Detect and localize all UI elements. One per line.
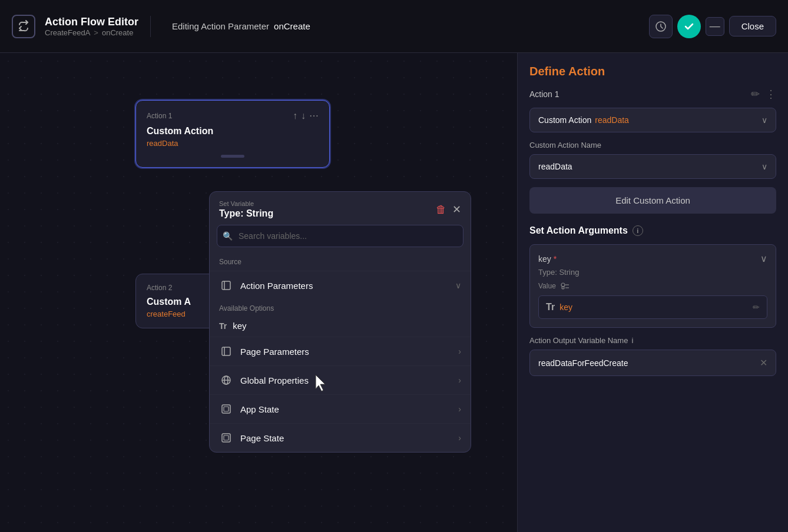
custom-action-prefix: Custom Action: [538, 115, 591, 125]
app-state-label: App State: [240, 404, 279, 414]
app-state-left: App State: [219, 402, 279, 416]
logo-icon: [12, 15, 35, 38]
close-button[interactable]: Close: [729, 16, 776, 36]
app-state-item[interactable]: App State ›: [210, 394, 471, 423]
arg-value-label: Value: [538, 280, 767, 292]
popup-title-small: Set Variable: [219, 200, 273, 207]
arg-type: Type: String: [538, 268, 767, 277]
editing-label: Editing Action Parameter: [172, 21, 269, 31]
editing-value: onCreate: [274, 21, 310, 31]
value-text-label: Value: [538, 282, 556, 290]
output-label: Action Output Variable Name i: [529, 336, 776, 345]
svg-point-12: [561, 283, 565, 287]
header: Action Flow Editor CreateFeedA > onCreat…: [0, 0, 788, 53]
popup-trash-button[interactable]: 🗑: [436, 204, 446, 216]
card-title-1: Custom Action: [147, 126, 319, 137]
popup-header-actions: 🗑 ✕: [436, 203, 461, 216]
output-clear-icon[interactable]: ✕: [760, 357, 767, 368]
page-state-left: Page State: [219, 431, 284, 445]
custom-action-dropdown[interactable]: Custom Action readData ∨: [529, 108, 776, 132]
custom-action-dropdown-text: Custom Action readData: [538, 115, 629, 125]
popup-search-area: 🔍: [217, 225, 463, 247]
right-panel: Define Action Action 1 ✏ ⋮ Custom Action…: [517, 53, 788, 532]
action-parameters-label: Action Parameters: [240, 281, 313, 291]
svg-point-13: [562, 287, 564, 289]
define-action-title: Define Action: [529, 65, 776, 78]
val-left: Tr key: [546, 302, 572, 312]
popup-close-button[interactable]: ✕: [452, 203, 461, 216]
svg-rect-1: [222, 281, 230, 290]
output-value: readDataForFeedCreate: [538, 358, 628, 368]
breadcrumb-separator: >: [94, 28, 98, 37]
plugin-icon-button[interactable]: [649, 15, 673, 38]
card-action-buttons: ↑ ↓ ⋯: [293, 110, 319, 121]
svg-rect-9: [224, 407, 229, 411]
header-title-section: Action Flow Editor CreateFeedA > onCreat…: [45, 16, 151, 37]
page-parameters-left: Page Parameters: [219, 344, 309, 358]
page-parameters-chevron: ›: [458, 347, 461, 356]
editing-info: Editing Action Parameter onCreate: [160, 21, 640, 31]
global-properties-item[interactable]: Global Properties ›: [210, 365, 471, 394]
card-label-1: Action 1: [147, 112, 172, 120]
action-card-1[interactable]: Action 1 ↑ ↓ ⋯ Custom Action readData: [135, 100, 330, 168]
breadcrumb: CreateFeedA > onCreate: [45, 28, 138, 37]
card-up-arrow[interactable]: ↑: [293, 111, 297, 121]
page-state-icon: [219, 431, 233, 445]
card-label-2: Action 2: [147, 284, 172, 292]
card-down-arrow[interactable]: ↓: [301, 111, 306, 121]
app-state-chevron: ›: [458, 404, 461, 414]
argument-box: key * ∨ Type: String Value: [529, 244, 776, 328]
arg-key-label: key: [538, 254, 551, 264]
action-parameters-chevron: ∨: [455, 281, 461, 290]
arg-key: key *: [538, 254, 557, 264]
edit-custom-action-button[interactable]: Edit Custom Action: [529, 187, 776, 214]
popup-title-area: Set Variable Type: String: [219, 200, 273, 219]
key-option[interactable]: Tr key: [210, 315, 471, 337]
page-parameters-item[interactable]: Page Parameters ›: [210, 337, 471, 365]
card-action-name-1: readData: [147, 139, 319, 148]
arg-chevron[interactable]: ∨: [760, 253, 767, 264]
arg-edit-icon[interactable]: ✏: [753, 302, 760, 312]
page-parameters-label: Page Parameters: [240, 347, 309, 357]
value-badge-icon: [559, 280, 571, 292]
custom-action-name-dropdown[interactable]: readData ∨: [529, 154, 776, 179]
page-state-label: Page State: [240, 433, 284, 443]
breadcrumb-parent: CreateFeedA: [45, 28, 90, 37]
info-icon: i: [633, 225, 643, 236]
action-parameters-left: Action Parameters: [219, 278, 313, 292]
action-parameters-icon: [219, 278, 233, 292]
custom-action-name-text: readData: [538, 162, 572, 171]
more-options-icon[interactable]: ⋮: [766, 88, 776, 101]
minimize-button[interactable]: —: [706, 17, 724, 36]
svg-rect-10: [222, 434, 230, 442]
global-properties-left: Global Properties: [219, 373, 309, 387]
arg-value-type-icon: Tr: [546, 302, 555, 312]
source-label: Source: [210, 254, 471, 271]
action-1-label: Action 1: [529, 89, 559, 99]
header-actions: — Close: [649, 15, 776, 38]
card-header-1: Action 1 ↑ ↓ ⋯: [147, 110, 319, 121]
arg-key-row: key * ∨: [538, 253, 767, 264]
svg-rect-11: [224, 435, 229, 440]
action-row-actions: ✏ ⋮: [751, 88, 776, 101]
output-box: readDataForFeedCreate ✕: [529, 350, 776, 376]
arg-value-box: Tr key ✏: [538, 295, 767, 319]
set-variable-popup: Set Variable Type: String 🗑 ✕ 🔍 Source: [209, 191, 471, 453]
main-area: Action 1 ↑ ↓ ⋯ Custom Action readData Ac…: [0, 53, 788, 532]
arg-value-text: key: [559, 302, 572, 312]
key-option-label: key: [233, 321, 246, 331]
canvas: Action 1 ↑ ↓ ⋯ Custom Action readData Ac…: [0, 53, 517, 532]
custom-action-value: readData: [595, 115, 629, 125]
svg-rect-8: [222, 405, 230, 413]
page-state-item[interactable]: Page State ›: [210, 423, 471, 452]
page-state-chevron: ›: [458, 433, 461, 443]
search-input[interactable]: [217, 225, 463, 247]
action-parameters-item[interactable]: Action Parameters ∨: [210, 271, 471, 300]
breadcrumb-current: onCreate: [102, 28, 133, 37]
search-icon: 🔍: [223, 231, 233, 241]
edit-action-icon[interactable]: ✏: [751, 88, 760, 101]
check-button[interactable]: [677, 15, 701, 38]
card-menu-dots[interactable]: ⋯: [309, 110, 319, 121]
set-action-arguments-label: Set Action Arguments: [529, 225, 628, 236]
card-handle: [147, 155, 319, 158]
